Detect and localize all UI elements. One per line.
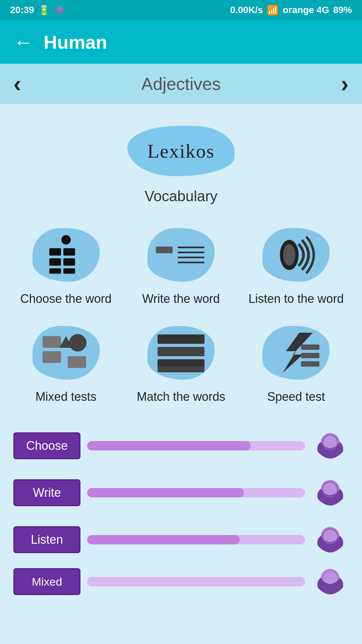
activity-icon-listen xyxy=(259,225,333,285)
sim-icon: 👾 xyxy=(54,5,66,16)
svg-point-13 xyxy=(283,244,295,266)
activity-label-speed: Speed test xyxy=(267,390,325,404)
network-speed: 0.00K/s xyxy=(230,5,263,15)
lexikos-container: Lexikos Vocabulary xyxy=(121,121,241,205)
svg-rect-11 xyxy=(178,262,204,263)
app-bar: ← Human xyxy=(0,20,362,64)
progress-btn-write[interactable]: Write xyxy=(13,479,80,506)
svg-rect-9 xyxy=(178,252,204,253)
carrier-label: orange 4G xyxy=(283,5,329,15)
lexikos-logo: Lexikos xyxy=(121,121,241,181)
prev-category-button[interactable]: ‹ xyxy=(13,70,21,97)
svg-rect-2 xyxy=(63,248,75,256)
svg-rect-26 xyxy=(301,361,319,367)
back-button[interactable]: ← xyxy=(13,31,34,54)
activity-icon-mixed xyxy=(29,323,103,383)
activity-label-match: Match the words xyxy=(137,390,225,404)
time-display: 20:39 xyxy=(10,5,34,15)
activity-icon-write xyxy=(144,225,218,285)
svg-rect-15 xyxy=(43,351,61,363)
activity-speed-test[interactable]: Speed test xyxy=(244,323,349,404)
activity-icon-speed xyxy=(259,323,333,383)
trophy-mixed xyxy=(312,568,349,595)
progress-bar-write xyxy=(87,488,305,497)
battery-label: 89% xyxy=(333,5,352,15)
svg-rect-7 xyxy=(156,247,173,253)
trophy-write xyxy=(312,474,349,511)
progress-bar-mixed xyxy=(87,577,305,586)
svg-rect-5 xyxy=(49,268,61,274)
progress-bar-choose xyxy=(87,441,305,450)
match-icon xyxy=(154,329,208,376)
progress-section: Choose Write xyxy=(13,427,349,595)
activity-listen-word[interactable]: Listen to the word xyxy=(244,225,349,306)
write-icon xyxy=(154,236,208,273)
svg-rect-6 xyxy=(63,268,75,274)
svg-rect-17 xyxy=(68,356,86,368)
svg-rect-22 xyxy=(158,366,204,372)
status-bar: 20:39 🔋 👾 0.00K/s 📶 orange 4G 89% xyxy=(0,0,362,20)
main-content: Lexikos Vocabulary Choose the word xyxy=(0,104,362,612)
svg-point-16 xyxy=(69,334,86,352)
progress-btn-listen[interactable]: Listen xyxy=(13,526,80,553)
progress-btn-mixed[interactable]: Mixed xyxy=(13,568,80,595)
speaker-icon xyxy=(271,231,321,278)
lexikos-text: Lexikos xyxy=(147,140,215,162)
speed-icon xyxy=(269,329,323,376)
activity-label-choose: Choose the word xyxy=(20,292,112,306)
progress-fill-listen xyxy=(87,535,240,544)
activity-label-mixed: Mixed tests xyxy=(36,390,97,404)
activity-mixed-tests[interactable]: Mixed tests xyxy=(13,323,118,404)
trophy-choose xyxy=(312,427,349,464)
progress-btn-choose[interactable]: Choose xyxy=(13,432,80,459)
activity-label-listen: Listen to the word xyxy=(248,292,344,306)
next-category-button[interactable]: › xyxy=(341,70,349,97)
activity-label-write: Write the word xyxy=(142,292,220,306)
grid-icon xyxy=(43,233,89,277)
progress-row-mixed: Mixed xyxy=(13,568,349,595)
svg-rect-10 xyxy=(178,257,204,258)
mixed-icon xyxy=(39,329,93,376)
progress-row-listen: Listen xyxy=(13,521,349,558)
svg-point-0 xyxy=(61,235,71,245)
battery-icon-placeholder: 🔋 xyxy=(38,5,50,16)
category-nav: ‹ Adjectives › xyxy=(0,64,362,104)
svg-rect-19 xyxy=(158,334,204,344)
svg-rect-4 xyxy=(63,258,75,266)
svg-rect-14 xyxy=(43,336,61,348)
svg-rect-25 xyxy=(301,353,319,358)
activities-grid: Choose the word Write the word xyxy=(13,225,349,404)
svg-rect-1 xyxy=(49,248,61,256)
svg-rect-3 xyxy=(49,258,61,266)
activity-icon-match xyxy=(144,323,218,383)
progress-row-write: Write xyxy=(13,474,349,511)
trophy-listen xyxy=(312,521,349,558)
svg-rect-20 xyxy=(158,347,204,356)
category-title: Adjectives xyxy=(141,74,221,94)
progress-row-choose: Choose xyxy=(13,427,349,464)
app-title: Human xyxy=(44,31,107,53)
vocabulary-label: Vocabulary xyxy=(144,188,218,205)
activity-match-words[interactable]: Match the words xyxy=(128,323,233,404)
progress-bar-listen xyxy=(87,535,305,544)
svg-rect-8 xyxy=(178,247,204,248)
activity-icon-choose xyxy=(29,225,103,285)
progress-fill-write xyxy=(87,488,244,497)
progress-fill-choose xyxy=(87,441,251,450)
signal-icon: 📶 xyxy=(267,5,279,16)
activity-choose-word[interactable]: Choose the word xyxy=(13,225,118,306)
svg-rect-24 xyxy=(301,344,319,350)
activity-write-word[interactable]: Write the word xyxy=(128,225,233,306)
